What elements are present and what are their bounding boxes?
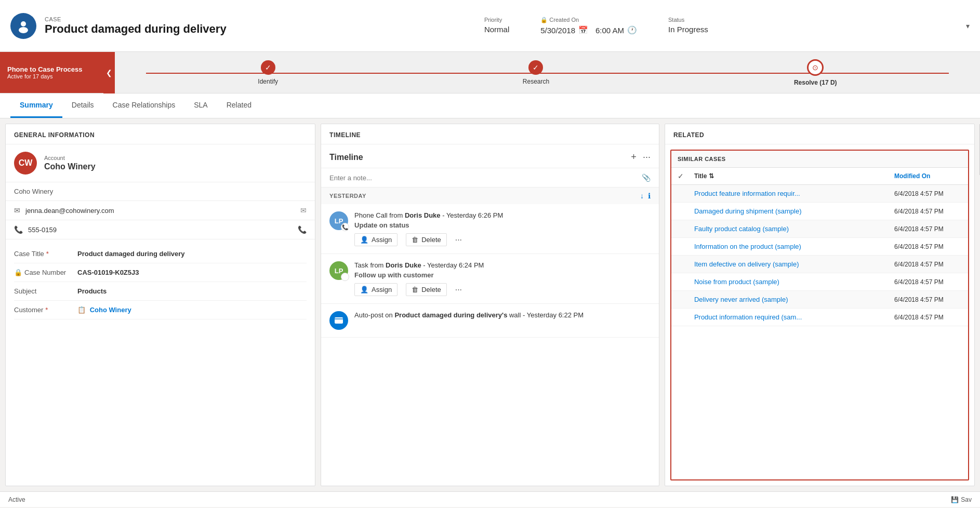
lock-icon: 🔒 [14,269,22,276]
case-title-link-1[interactable]: Damaged during shipment (sample) [694,207,890,215]
related-header: RELATED [665,124,974,144]
svg-rect-2 [335,317,343,324]
timeline-note-input[interactable] [329,174,638,182]
chevron-down-icon: ▾ [966,22,970,30]
timeline-avatar-1: LP 📞 [329,211,348,230]
related-panel: RELATED SIMILAR CASES ✓ Title ⇅ Modified… [665,124,975,486]
process-label[interactable]: Phone to Case Process Active for 17 days [0,52,104,93]
sort-icon[interactable]: ⇅ [709,172,714,180]
info-icon[interactable]: ℹ [648,192,651,200]
case-row[interactable]: Delivery never arrived (sample) 6/4/2018… [671,291,968,309]
delete-icon-1: 🗑 [412,236,418,244]
case-date-3: 6/4/2018 4:57 PM [894,243,962,250]
step-resolve[interactable]: ⊙ Resolve (17 D) [794,59,837,86]
timeline-note-area[interactable]: 📎 [321,168,659,188]
timeline-add-icon[interactable]: + [631,152,637,163]
clock-icon[interactable]: 🕐 [627,25,637,35]
step-identify-circle: ✓ [261,60,275,75]
attachment-icon[interactable]: 📎 [642,173,651,182]
account-info: Account Coho Winery [44,155,96,171]
contact-name-row: Coho Winery [6,182,315,201]
tab-summary[interactable]: Summary [10,93,62,118]
sort-down-icon[interactable]: ↓ [640,192,644,200]
timeline-item: LP 📞 Phone Call from Doris Duke - Yester… [321,204,659,254]
timeline-item: LP ☑ Task from Doris Duke - Yesterday 6:… [321,254,659,304]
customer-value[interactable]: 📋 Coho Winery [77,306,307,314]
case-date-7: 6/4/2018 4:57 PM [894,314,962,321]
case-row[interactable]: Product feature information requir... 6/… [671,185,968,203]
priority-value: Normal [484,25,509,34]
case-title-link-5[interactable]: Noise from product (sample) [694,278,890,286]
email-action-icon[interactable]: ✉ [300,206,307,215]
tab-details[interactable]: Details [62,93,103,118]
case-title-link-6[interactable]: Delivery never arrived (sample) [694,296,890,303]
timeline-avatar-3 [329,311,348,330]
cases-table-header: ✓ Title ⇅ Modified On [671,168,968,185]
assign-button-2[interactable]: 👤 Assign [354,283,398,296]
email-icon: ✉ [14,206,20,215]
case-avatar [10,13,36,39]
process-title: Phone to Case Process [7,65,97,73]
calendar-icon[interactable]: 📅 [578,25,588,35]
contact-name-text: Coho Winery [14,188,53,195]
case-title-link-4[interactable]: Item defective on delivery (sample) [694,260,890,268]
svg-point-1 [19,27,28,33]
delete-button-1[interactable]: 🗑 Delete [406,233,447,246]
delete-button-2[interactable]: 🗑 Delete [406,283,447,296]
case-title-link-3[interactable]: Information on the product (sample) [694,243,890,250]
case-title-label: Case Title * [14,250,71,258]
header-left: CASE Product damaged during delivery [10,13,227,39]
timeline-panel: TIMELINE Timeline + ··· 📎 YESTERDAY ↓ ℹ … [321,124,659,486]
timeline-more-icon[interactable]: ··· [643,152,651,163]
tab-sla[interactable]: SLA [184,93,217,118]
step-identify[interactable]: ✓ Identify [258,60,278,85]
timeline-item-title-1: Phone Call from Doris Duke - Yesterday 6… [354,211,651,219]
case-row[interactable]: Information on the product (sample) 6/4/… [671,238,968,256]
tab-case-relationships[interactable]: Case Relationships [103,93,185,118]
similar-cases-header: SIMILAR CASES [671,151,968,168]
priority-label: Priority [484,17,509,23]
case-title: Product damaged during delivery [45,22,227,36]
case-row[interactable]: Faulty product catalog (sample) 6/4/2018… [671,220,968,238]
more-button-2[interactable]: ··· [455,285,462,295]
process-chevron[interactable]: ❮ [103,52,115,93]
case-title-link-2[interactable]: Faulty product catalog (sample) [694,225,890,233]
customer-required: * [45,306,48,314]
case-date-4: 6/4/2018 4:57 PM [894,261,962,268]
case-label: CASE [45,16,227,22]
case-title-link-0[interactable]: Product feature information requir... [694,190,890,197]
more-button-1[interactable]: ··· [455,235,462,245]
step-resolve-circle: ⊙ [807,59,824,76]
case-date-2: 6/4/2018 4:57 PM [894,225,962,233]
case-row[interactable]: Item defective on delivery (sample) 6/4/… [671,256,968,273]
phone-action-icon[interactable]: 📞 [298,225,307,234]
task-icon: ☑ [341,273,349,281]
case-row[interactable]: Damaged during shipment (sample) 6/4/201… [671,203,968,220]
process-steps: ✓ Identify ✓ Research ⊙ Resolve (17 D) [115,59,980,86]
case-date-0: 6/4/2018 4:57 PM [894,190,962,197]
general-info-title: GENERAL INFORMATION [6,124,315,144]
header-fields: Priority Normal 🔒 Created On 5/30/2018 📅… [484,17,708,35]
timeline-section-label: YESTERDAY ↓ ℹ [321,188,659,204]
assign-button-1[interactable]: 👤 Assign [354,233,398,246]
status-label: Status [668,17,708,23]
tab-bar: Summary Details Case Relationships SLA R… [0,93,980,118]
save-button[interactable]: 💾 Sav [951,496,972,503]
case-title-link-7[interactable]: Product information required (sam... [694,313,890,321]
timeline-section-icons: ↓ ℹ [640,192,651,200]
svg-point-0 [21,21,26,26]
customer-row: Customer * 📋 Coho Winery [14,301,307,319]
required-star: * [46,250,49,258]
case-row[interactable]: Noise from product (sample) 6/4/2018 4:5… [671,273,968,291]
step-research[interactable]: ✓ Research [523,60,549,85]
phone-value: 555-0159 [28,226,57,234]
case-row[interactable]: Product information required (sam... 6/4… [671,309,968,326]
form-section: Case Title * Product damaged during deli… [6,239,315,325]
tab-related[interactable]: Related [217,93,261,118]
account-name[interactable]: Coho Winery [44,162,96,171]
delete-icon-2: 🗑 [412,286,418,293]
email-row: ✉ jenna.dean@cohowinery.com ✉ [6,201,315,220]
title-col: Title ⇅ [694,172,890,180]
collapse-button[interactable]: ▾ [966,22,970,30]
timeline-item-title-3: Auto-post on Product damaged during deli… [354,311,651,319]
